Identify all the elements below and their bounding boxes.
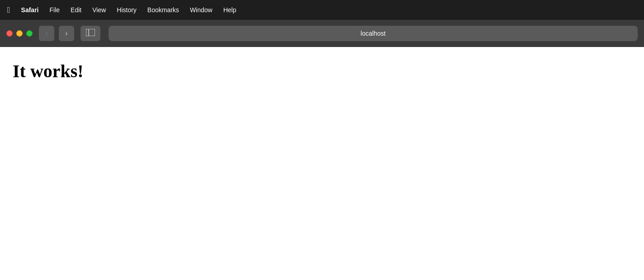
edit-menu[interactable]: Edit (71, 6, 81, 14)
sidebar-toggle-button[interactable] (80, 26, 100, 41)
minimize-button[interactable] (16, 30, 23, 37)
apple-menu[interactable]:  (7, 5, 10, 15)
view-menu[interactable]: View (92, 6, 106, 14)
browser-toolbar: ‹ › localhost (0, 20, 644, 47)
page-heading: It works! (13, 61, 631, 82)
forward-icon: › (65, 29, 67, 37)
safari-menu[interactable]: Safari (21, 6, 39, 14)
sidebar-icon (86, 29, 95, 37)
address-bar[interactable]: localhost (109, 26, 638, 41)
back-icon: ‹ (45, 29, 47, 37)
menu-bar:  Safari File Edit View History Bookmark… (0, 0, 644, 20)
close-button[interactable] (6, 30, 13, 37)
address-text: localhost (360, 30, 385, 37)
help-menu[interactable]: Help (223, 6, 237, 14)
maximize-button[interactable] (26, 30, 33, 37)
svg-rect-0 (86, 29, 95, 36)
traffic-lights (6, 30, 33, 37)
browser-content: It works! (0, 47, 644, 280)
forward-button[interactable]: › (59, 26, 74, 41)
window-menu[interactable]: Window (190, 6, 213, 14)
back-button[interactable]: ‹ (39, 26, 54, 41)
history-menu[interactable]: History (117, 6, 137, 14)
file-menu[interactable]: File (50, 6, 60, 14)
bookmarks-menu[interactable]: Bookmarks (147, 6, 179, 14)
